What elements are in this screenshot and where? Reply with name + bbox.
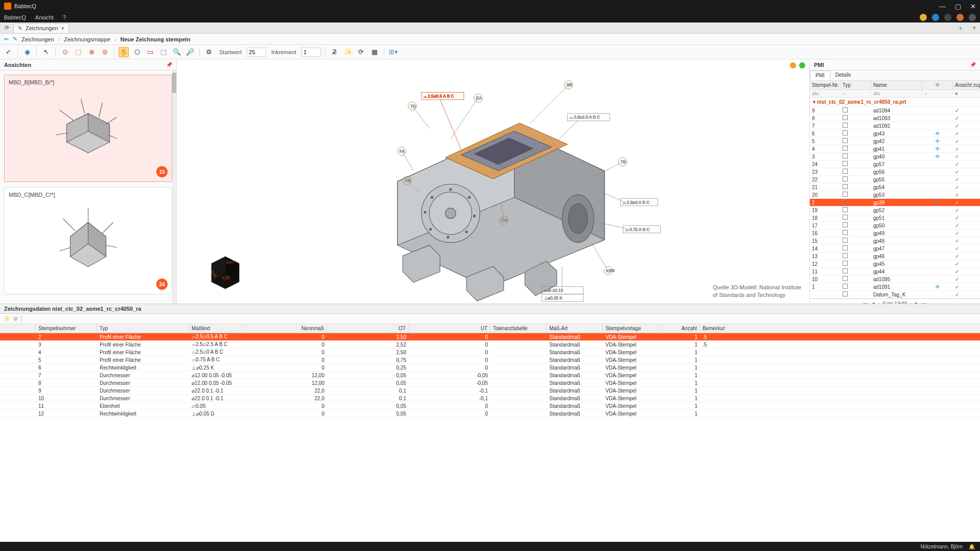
pmi-row[interactable]: 6gp43👁 [810,130,980,137]
user-icon[interactable] [969,14,976,21]
crumb-2[interactable]: Zeichnungsmappe [64,36,110,42]
home-icon[interactable]: ⟳ [2,24,11,33]
pmi-row[interactable]: 19gp52 [810,206,980,214]
gear-icon[interactable] [956,14,964,21]
pmi-row[interactable]: 2gp39👁 [810,199,980,206]
status-icon-1[interactable] [920,14,927,21]
data-row[interactable]: 13Position⊕⌀0.05 D E00,050StandardmaßVDA… [0,418,980,418]
crumb-1[interactable]: Zeichnungen [21,36,54,42]
pmi-row[interactable]: 14gp47 [810,245,980,252]
col-stempelnummer[interactable]: Stempelnummer [36,324,97,333]
filter-name[interactable]: abc [871,90,922,97]
tab-menu-icon[interactable]: ▾ [969,25,980,31]
pmi-row[interactable]: 1ad1091👁 [810,283,980,291]
globe-button[interactable]: ◉ [22,47,32,57]
col-ot[interactable]: OT [327,324,409,333]
pmi-row[interactable]: 20gp53 [810,191,980,199]
pmi-row[interactable]: 23gp56 [810,168,980,176]
pmi-row[interactable]: 24gp57 [810,160,980,168]
strike-button[interactable]: Z̶ [330,47,340,57]
pmi-pager[interactable]: ⏮◀‹ Satz 13/49 ›▶⏭ [810,299,980,304]
col-typ[interactable]: Typ [841,81,871,89]
tab-close-icon[interactable]: × [61,25,64,31]
columns-button[interactable]: ▦ [369,47,380,57]
pmi-row[interactable]: 9ad1094 [810,107,980,114]
stamp-manual-button[interactable]: ⊙ [60,47,70,57]
settings-button[interactable]: ⚙ [204,47,214,57]
pmi-row[interactable]: 7ad1092 [810,122,980,130]
increment-input[interactable] [301,48,321,57]
stamp-remove-button[interactable]: ⊘ [100,47,110,57]
filter-vis[interactable]: = [922,90,953,97]
tab-zeichnungen[interactable]: ✎ Zeichnungen × [13,24,69,33]
pmi-row[interactable]: 17gp50 [810,222,980,229]
lock-icon[interactable]: ⊘ [13,315,18,322]
menu-view[interactable]: Ansicht [35,14,54,20]
notify-bell-icon[interactable]: 🔔 [969,544,975,549]
data-row[interactable]: 6Rechtwinkligkeit⊥⌀0.25 K00,250Standardm… [0,364,980,372]
back-arrow-icon[interactable]: ⇐ [4,36,9,42]
add-tab-button[interactable]: + [954,24,967,32]
col-stempelnr[interactable]: Stempel-Nr. [810,81,841,89]
col-bemerkung[interactable]: Bemerkung [700,324,726,333]
data-row[interactable]: 9Durchmesser⌀22.0 0.1 -0.122,00,1-0,1Sta… [0,387,980,395]
data-row[interactable]: 12Rechtwinkligkeit⊥⌀0.05 D00,050Standard… [0,410,980,418]
filter-nr[interactable]: abc [810,90,841,97]
filter-view[interactable]: ■ [953,90,980,97]
data-row[interactable]: 8Durchmesser⌀12.00 0.05 -0.0512,000,05-0… [0,379,980,387]
pmi-row[interactable]: 13gp46 [810,252,980,260]
data-row[interactable]: 10Durchmesser⌀22.0 0.1 -0.122,00,1-0,1St… [0,395,980,402]
pin-icon[interactable]: 📌 [970,62,976,67]
notify-icon[interactable] [944,14,951,21]
pin-icon[interactable]: 📌 [166,62,172,67]
pmi-row[interactable]: 21gp54 [810,183,980,191]
pmi-tab[interactable]: PMI [810,71,830,80]
hierarchy-button[interactable]: ⊞▾ [388,47,399,57]
col-stempelvorlage[interactable]: Stempelvorlage [603,324,659,333]
pan-button[interactable]: ✋ [119,47,129,57]
pmi-row[interactable]: Datum_Tag_K [810,291,980,299]
select-rect-button[interactable]: ⬚ [158,47,169,57]
confirm-button[interactable]: ✔ [3,47,13,57]
scrollbar[interactable] [172,71,176,304]
view-card-mbd-c[interactable]: MBD_C[MBD_C/*] 24 [4,187,172,294]
wand-icon[interactable]: ✨ [3,315,10,322]
data-grid[interactable]: Stempelnummer Typ Maßtext Nennmaß OT UT … [0,324,980,418]
pmi-grid[interactable]: Stempel-Nr. Typ Name 👁 Ansicht zugeo… ab… [810,81,980,304]
pmi-row[interactable]: 15gp48 [810,237,980,245]
col-toleranztabelle[interactable]: Toleranztabelle [491,324,547,333]
close-button[interactable]: ✕ [970,3,976,10]
stamp-select-button[interactable]: ⬚ [73,47,83,57]
pmi-row[interactable]: 3gp40👁 [810,153,980,160]
col-ut[interactable]: UT [409,324,491,333]
view-card-mbd-b[interactable]: MBD_B[MBD_B/*] 15 [4,75,172,182]
pmi-row[interactable]: 5gp42👁 [810,137,980,145]
pmi-row[interactable]: 22gp55 [810,176,980,183]
details-tab[interactable]: Details [830,71,856,80]
wand-button[interactable]: ✨ [343,47,353,57]
pmi-row[interactable]: 10ad1095 [810,276,980,283]
pmi-row[interactable]: 12gp45 [810,260,980,268]
col-massart[interactable]: Maß-Art [547,324,603,333]
pmi-row[interactable]: 11gp44 [810,268,980,276]
data-row[interactable]: 11Ebenheit⏥0.0500,050StandardmaßVDA-Stem… [0,402,980,410]
pmi-row[interactable]: 18gp51 [810,214,980,222]
data-row[interactable]: 7Durchmesser⌀12.00 0.05 -0.0512,000,05-0… [0,372,980,379]
pmi-row[interactable]: 8ad1093 [810,114,980,122]
data-row[interactable]: 2Profil einer Fläche⌓2.5⌀0.5 A B C02,500… [0,333,980,341]
col-typ[interactable]: Typ [97,324,189,333]
zoom-out-button[interactable]: 🔎 [185,47,195,57]
pointer-button[interactable]: ↖ [41,47,51,57]
col-nennmass[interactable]: Nennmaß [245,324,327,333]
maximize-button[interactable]: ▢ [955,3,961,10]
stamp-chain-button[interactable]: ⊗ [86,47,97,57]
orientation-cube[interactable]: Top Left Back [202,247,248,293]
globe-icon[interactable] [932,14,939,21]
data-row[interactable]: 5Profil einer Fläche⌓0.75 A B C00,750Sta… [0,356,980,364]
cube-button[interactable]: ⬡ [132,47,142,57]
menu-help[interactable]: ? [63,14,66,20]
filter-typ[interactable]: = [841,90,871,97]
col-name[interactable]: Name [871,81,922,89]
zoom-in-button[interactable]: 🔍 [172,47,182,57]
pmi-row[interactable]: 4gp41👁 [810,145,980,153]
